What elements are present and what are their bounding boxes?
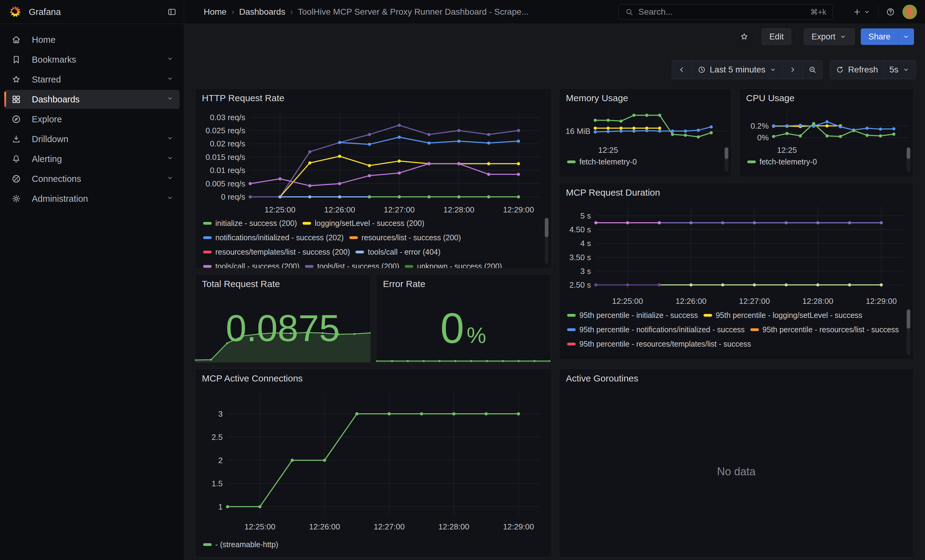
search-input[interactable]	[638, 7, 810, 17]
drilldown-icon	[11, 134, 21, 144]
legend-item[interactable]: 95th percentile - initialize - success	[567, 308, 698, 323]
legend-item[interactable]: tools/call - error (404)	[356, 245, 440, 259]
panel-http-request-rate: HTTP Request Rate 12:25:0012:26:0012:27:…	[195, 89, 552, 269]
legend-item[interactable]: resources/list - success (200)	[350, 230, 461, 245]
brand[interactable]: Grafana	[9, 5, 61, 19]
chevron-down-icon[interactable]	[166, 174, 174, 184]
legend-item[interactable]: logging/setLevel - success (200)	[303, 216, 425, 230]
legend-item[interactable]: initialize - success (200)	[203, 216, 297, 230]
sidebar-item-label: Starred	[32, 75, 61, 85]
legend-item[interactable]: 95th percentile - logging/setLevel - suc…	[704, 308, 862, 323]
time-back-button[interactable]	[672, 60, 691, 79]
sidebar-item-administration[interactable]: Administration	[4, 189, 179, 208]
avatar[interactable]	[902, 5, 917, 19]
chevron-down-icon	[769, 66, 777, 74]
legend-label: fetch-telemetry-0	[579, 158, 637, 166]
legend-scrollbar[interactable]	[907, 309, 910, 355]
sidebar-item-alerting[interactable]: Alerting	[4, 150, 179, 168]
legend-label: fetch-telemetry-0	[759, 158, 817, 166]
sidebar-item-bookmarks[interactable]: Bookmarks	[4, 50, 179, 69]
add-button[interactable]	[853, 8, 871, 17]
sidebar-item-drilldown[interactable]: Drilldown	[4, 130, 179, 149]
svg-text:16 MiB: 16 MiB	[566, 126, 591, 136]
legend-scrollbar[interactable]	[907, 147, 910, 172]
search-box[interactable]: ⌘+k	[619, 4, 833, 20]
chart-legend: - (streamable-http)	[195, 537, 551, 557]
grafana-logo-icon	[9, 5, 22, 19]
time-range-picker[interactable]: Last 5 minutes	[691, 60, 782, 79]
legend-item[interactable]: - (streamable-http)	[203, 537, 278, 552]
svg-text:0.03 req/s: 0.03 req/s	[210, 113, 245, 122]
svg-text:12:28:00: 12:28:00	[438, 522, 469, 531]
panel-memory-usage: Memory Usage 12:2516 MiB fetch-telemetry…	[559, 89, 732, 177]
svg-text:0.02 req/s: 0.02 req/s	[210, 139, 245, 148]
legend-label: logging/setLevel - success (200)	[315, 219, 425, 228]
legend-item[interactable]: unknown - success (200)	[405, 259, 502, 268]
chevron-down-icon[interactable]	[166, 134, 174, 144]
svg-text:12:26:00: 12:26:00	[324, 205, 355, 214]
chevron-down-icon[interactable]	[166, 95, 174, 105]
legend-item[interactable]: notifications/initialized - success (202…	[203, 230, 344, 245]
chevron-down-icon[interactable]	[166, 75, 174, 85]
sidebar-item-label: Home	[32, 35, 55, 45]
chevron-down-icon[interactable]	[166, 154, 174, 164]
mcp-request-duration-chart[interactable]: 12:25:0012:26:0012:27:0012:28:0012:29:00…	[559, 200, 913, 308]
stat-body[interactable]: 0.0875	[195, 291, 371, 362]
chevron-down-icon[interactable]	[166, 55, 174, 65]
legend-item[interactable]: fetch-telemetry-0	[567, 155, 637, 169]
chart-legend: fetch-telemetry-0	[559, 153, 731, 177]
sidebar-item-home[interactable]: Home	[4, 30, 179, 49]
legend-item[interactable]: fetch-telemetry-0	[747, 155, 817, 169]
stat-body[interactable]: 0 %	[376, 291, 550, 362]
chevron-left-icon	[678, 65, 686, 74]
favorite-star-icon[interactable]	[739, 32, 749, 42]
sidebar-item-explore[interactable]: Explore	[4, 110, 179, 129]
svg-text:2.5: 2.5	[212, 432, 223, 442]
bookmark-icon	[11, 54, 21, 65]
svg-text:12:25:00: 12:25:00	[265, 205, 295, 214]
svg-text:3.50 s: 3.50 s	[569, 253, 591, 262]
legend-item[interactable]: tools/call - success (200)	[203, 259, 300, 268]
share-dropdown-button[interactable]	[898, 29, 914, 45]
svg-text:12:29:00: 12:29:00	[503, 205, 534, 214]
chevron-down-icon[interactable]	[166, 194, 174, 204]
legend-item[interactable]: resources/templates/list - success (200)	[203, 245, 350, 259]
http-request-rate-chart[interactable]: 12:25:0012:26:0012:27:0012:28:0012:29:00…	[195, 106, 551, 216]
legend-scrollbar[interactable]	[725, 147, 728, 172]
sidebar-item-dashboards[interactable]: Dashboards	[4, 90, 179, 109]
svg-text:12:27:00: 12:27:00	[739, 297, 770, 306]
svg-text:12:25:00: 12:25:00	[244, 522, 275, 531]
zoom-out-button[interactable]	[802, 60, 822, 79]
sidebar-item-label: Explore	[32, 114, 62, 125]
br and-label: Grafana	[29, 7, 61, 17]
edit-button[interactable]: Edit	[762, 29, 791, 45]
time-forward-button[interactable]	[782, 60, 802, 79]
cpu-usage-chart[interactable]: 12:250.2%0%	[739, 106, 913, 153]
mcp-active-connections-chart[interactable]: 12:25:0012:26:0012:27:0012:28:0012:29:00…	[195, 386, 551, 537]
svg-text:12:25:00: 12:25:00	[612, 297, 643, 306]
svg-text:0%: 0%	[757, 133, 769, 142]
sidebar-item-connections[interactable]: Connections	[4, 169, 179, 188]
chart-legend: 95th percentile - initialize - success95…	[559, 308, 913, 359]
sidebar-item-label: Bookmarks	[32, 55, 76, 65]
breadcrumb-item[interactable]: Dashboards	[239, 7, 285, 17]
home-icon	[11, 35, 21, 45]
legend-item[interactable]: 95th percentile - notifications/initiali…	[567, 323, 745, 337]
sidebar-toggle-icon[interactable]	[167, 8, 176, 17]
export-button[interactable]: Export	[804, 29, 855, 45]
legend-item[interactable]: 95th percentile - resources/list - succe…	[750, 323, 899, 337]
sidebar-item-starred[interactable]: Starred	[4, 70, 179, 89]
breadcrumb-item[interactable]: Home	[204, 7, 227, 17]
share-button[interactable]: Share	[861, 29, 898, 45]
legend-scrollbar[interactable]	[545, 218, 548, 264]
legend-item[interactable]: 95th percentile - resources/templates/li…	[567, 337, 751, 351]
refresh-interval-picker[interactable]: 5s	[883, 60, 916, 79]
legend-item[interactable]: tools/list - success (200)	[305, 259, 399, 268]
svg-text:12:27:00: 12:27:00	[384, 205, 415, 214]
svg-text:12:29:00: 12:29:00	[503, 522, 534, 531]
help-icon[interactable]	[886, 8, 895, 17]
top-bar-left: Grafana	[0, 0, 184, 24]
svg-text:12:28:00: 12:28:00	[802, 297, 833, 306]
refresh-button[interactable]: Refresh	[830, 60, 883, 79]
memory-usage-chart[interactable]: 12:2516 MiB	[559, 106, 731, 153]
